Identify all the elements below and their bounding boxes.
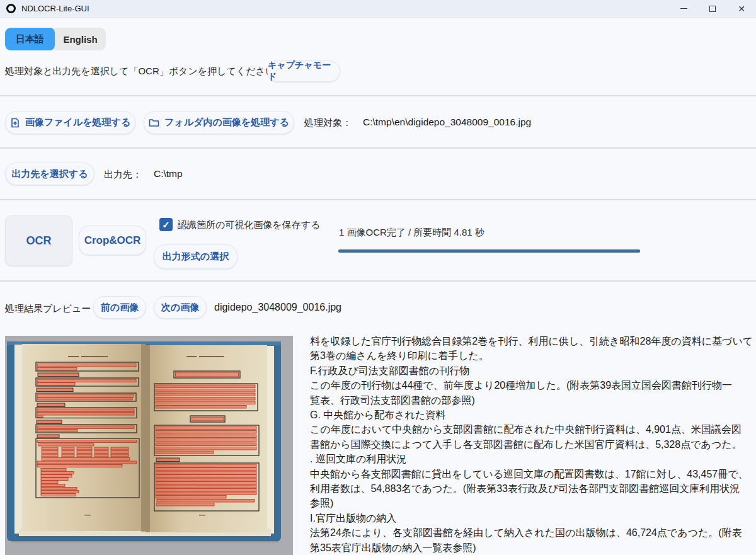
minimize-icon (680, 8, 687, 9)
output-label: 出力先： (104, 169, 142, 181)
process-folder-label: フォルダ内の画像を処理する (164, 117, 289, 129)
check-icon: ✓ (162, 219, 170, 231)
save-visualization-checkbox[interactable]: ✓ (159, 218, 173, 231)
preview-filename: digidepo_3048009_0016.jpg (214, 302, 341, 313)
ocr-result-text: 料を収録した官庁刊行物総合目録第2巻を刊行、利用に供し、引続き昭和28年度の資料… (310, 334, 756, 555)
output-path: C:\tmp (154, 168, 183, 180)
instruction-text: 処理対象と出力先を選択して「OCR」ボタンを押してください (5, 66, 275, 77)
section-divider (0, 280, 756, 282)
file-upload-icon (10, 118, 20, 128)
ocr-status-text: 1 画像OCR完了 / 所要時間 4.81 秒 (339, 227, 484, 239)
close-button[interactable]: ✕ (727, 0, 756, 18)
language-japanese-button[interactable]: 日本語 (5, 28, 55, 50)
capture-mode-button[interactable]: キャプチャモード (267, 60, 340, 82)
folder-icon (149, 118, 159, 127)
select-output-button[interactable]: 出力先を選択する (5, 163, 94, 185)
maximize-icon (709, 6, 716, 12)
output-format-button[interactable]: 出力形式の選択 (154, 244, 238, 269)
next-image-button[interactable]: 次の画像 (154, 296, 207, 319)
section-divider (0, 147, 756, 149)
process-folder-button[interactable]: フォルダ内の画像を処理する (144, 111, 294, 134)
close-icon: ✕ (738, 4, 745, 13)
language-toggle: 日本語 English (5, 28, 106, 50)
minimize-button[interactable] (669, 0, 698, 18)
maximize-button[interactable] (698, 0, 727, 18)
target-label: 処理対象： (304, 117, 352, 129)
process-image-file-button[interactable]: 画像ファイルを処理する (5, 111, 135, 134)
language-english-button[interactable]: English (55, 28, 106, 50)
save-visualization-label: 認識箇所の可視化画像を保存する (178, 219, 320, 231)
target-path: C:\tmp\en\digidepo_3048009_0016.jpg (363, 117, 531, 128)
preview-label: 処理結果プレビュー (5, 303, 91, 315)
preview-image (5, 336, 293, 555)
section-divider (0, 199, 756, 200)
window-title: NDLOCR-Lite-GUI (21, 4, 669, 13)
app-logo-icon (6, 4, 16, 13)
crop-ocr-button[interactable]: Crop&OCR (79, 226, 146, 255)
previous-image-button[interactable]: 前の画像 (93, 296, 146, 319)
title-bar: NDLOCR-Lite-GUI ✕ (0, 0, 756, 18)
ocr-button[interactable]: OCR (5, 215, 72, 266)
process-image-file-label: 画像ファイルを処理する (25, 117, 130, 129)
progress-bar (338, 249, 640, 253)
section-divider (0, 95, 756, 96)
